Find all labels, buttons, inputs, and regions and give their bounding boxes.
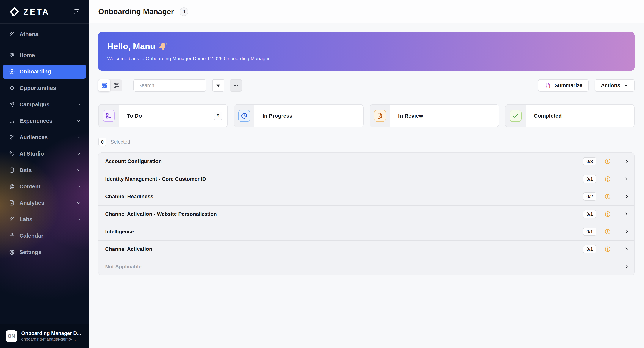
task-title: Channel Activation bbox=[105, 246, 152, 252]
sidebar-item-content[interactable]: Content bbox=[0, 178, 89, 195]
sidebar-item-analytics[interactable]: Analytics bbox=[0, 195, 89, 211]
actions-button[interactable]: Actions bbox=[594, 79, 635, 92]
workspace-switcher[interactable]: ON Onboarding Manager D... onboarding-ma… bbox=[0, 324, 89, 348]
task-row-identity-management[interactable]: Identity Management - Core Customer ID 0… bbox=[98, 170, 634, 188]
more-options-button[interactable] bbox=[230, 79, 242, 92]
task-row-channel-readiness[interactable]: Channel Readiness 0/2 bbox=[98, 188, 634, 205]
status-card-icon-area bbox=[506, 104, 526, 127]
chevron-down-icon bbox=[624, 83, 628, 88]
warning-icon[interactable] bbox=[604, 211, 611, 217]
warning-icon[interactable] bbox=[604, 246, 611, 252]
kanban-view-button[interactable] bbox=[98, 80, 110, 92]
calendar-icon bbox=[9, 233, 15, 239]
row-divider bbox=[618, 227, 618, 236]
search-input[interactable] bbox=[134, 80, 206, 91]
chevron-right-icon[interactable] bbox=[624, 246, 629, 252]
pages-icon bbox=[9, 184, 15, 190]
summarize-button[interactable]: Summarize bbox=[538, 79, 588, 92]
task-row-channel-activation-website[interactable]: Channel Activation - Website Personaliza… bbox=[98, 205, 634, 223]
welcome-banner: Hello, Manu bbox=[98, 32, 635, 71]
warning-icon[interactable] bbox=[604, 158, 611, 164]
sidebar-item-label: Experiences bbox=[20, 118, 52, 124]
wave-emoji bbox=[158, 42, 167, 51]
sidebar-item-experiences[interactable]: Experiences bbox=[0, 113, 89, 129]
status-card-in-progress[interactable]: In Progress bbox=[234, 104, 364, 128]
home-grid-icon bbox=[9, 52, 15, 58]
sidebar-item-labs[interactable]: Labs bbox=[0, 211, 89, 228]
todo-list-icon bbox=[103, 110, 115, 122]
workspace-avatar: ON bbox=[6, 330, 17, 342]
sidebar-item-campaigns[interactable]: Campaigns bbox=[0, 96, 89, 113]
check-icon bbox=[510, 110, 522, 122]
status-card-body: In Review bbox=[390, 104, 499, 127]
sidebar-collapse-button[interactable] bbox=[72, 7, 82, 16]
status-card-icon-area bbox=[99, 104, 119, 127]
task-row-account-configuration[interactable]: Account Configuration 0/3 bbox=[98, 152, 634, 170]
chevron-right-icon[interactable] bbox=[624, 158, 629, 164]
page-header: Onboarding Manager 9 bbox=[89, 0, 644, 24]
panel-collapse-icon bbox=[73, 8, 80, 15]
selected-label: Selected bbox=[110, 139, 130, 145]
status-card-in-review[interactable]: In Review bbox=[370, 104, 499, 128]
sidebar-item-onboarding[interactable]: Onboarding bbox=[2, 64, 86, 79]
clock-icon bbox=[238, 110, 250, 122]
warning-icon[interactable] bbox=[604, 194, 611, 200]
chevron-right-icon[interactable] bbox=[624, 176, 629, 182]
chevron-right-icon[interactable] bbox=[624, 194, 629, 199]
chevron-down-icon bbox=[76, 184, 81, 189]
sparkle-icon bbox=[9, 216, 15, 222]
warning-icon[interactable] bbox=[604, 176, 611, 182]
chevron-down-icon bbox=[76, 168, 81, 172]
view-toggle bbox=[98, 80, 122, 92]
brand-name: ZETA bbox=[24, 7, 50, 16]
row-divider bbox=[618, 157, 618, 166]
row-divider bbox=[618, 262, 618, 271]
sidebar-item-athena[interactable]: Athena bbox=[0, 24, 89, 44]
task-title: Channel Activation - Website Personaliza… bbox=[105, 211, 217, 217]
filter-icon bbox=[216, 82, 221, 88]
status-card-icon-area bbox=[234, 104, 254, 127]
title-count-badge: 9 bbox=[180, 8, 188, 16]
task-row-channel-activation[interactable]: Channel Activation 0/1 bbox=[98, 240, 634, 258]
status-card-body: In Progress bbox=[254, 104, 363, 127]
task-row-intelligence[interactable]: Intelligence 0/1 bbox=[98, 223, 634, 240]
task-row-not-applicable[interactable]: Not Applicable bbox=[98, 258, 634, 275]
status-card-todo[interactable]: To Do 9 bbox=[98, 104, 228, 128]
list-view-button[interactable] bbox=[110, 80, 122, 92]
task-row-meta: 0/1 bbox=[583, 227, 629, 236]
sidebar-item-label: Data bbox=[20, 167, 32, 173]
chevron-right-icon[interactable] bbox=[624, 211, 629, 217]
sidebar-item-audiences[interactable]: Audiences bbox=[0, 129, 89, 146]
chevron-right-icon[interactable] bbox=[624, 229, 629, 234]
sidebar-nav: Home Onboarding Opportunities bbox=[0, 45, 89, 324]
status-card-label: In Review bbox=[398, 113, 423, 119]
zeta-logo-icon bbox=[9, 7, 20, 17]
warning-icon[interactable] bbox=[604, 228, 611, 235]
status-card-completed[interactable]: Completed bbox=[505, 104, 635, 128]
workspace-slug: onboarding-manager-demo-... bbox=[21, 336, 81, 342]
task-list: Account Configuration 0/3 Identity Manag… bbox=[98, 152, 635, 276]
sidebar-item-settings[interactable]: Settings bbox=[0, 244, 89, 260]
task-row-meta bbox=[611, 262, 629, 271]
selection-bar: 0 Selected bbox=[98, 138, 635, 146]
chevron-down-icon bbox=[76, 118, 81, 123]
sidebar-item-home[interactable]: Home bbox=[0, 47, 89, 64]
filter-button[interactable] bbox=[212, 79, 224, 92]
chevron-right-icon[interactable] bbox=[624, 264, 629, 270]
status-card-count: 9 bbox=[214, 112, 222, 120]
toolbar: Summarize Actions bbox=[98, 79, 635, 92]
circles-icon bbox=[9, 134, 15, 140]
sidebar-item-opportunities[interactable]: Opportunities bbox=[0, 80, 89, 96]
sidebar-item-calendar[interactable]: Calendar bbox=[0, 228, 89, 244]
sidebar-item-ai-studio[interactable]: AI Studio bbox=[0, 146, 89, 162]
compass-icon bbox=[9, 69, 15, 74]
sidebar-item-label: Onboarding bbox=[20, 68, 51, 75]
row-divider bbox=[618, 245, 618, 254]
summarize-ai-icon bbox=[544, 82, 551, 89]
sidebar-item-label: Labs bbox=[20, 216, 32, 222]
target-icon bbox=[9, 85, 15, 91]
ai-sparkle-icon bbox=[9, 151, 15, 157]
sidebar-item-data[interactable]: Data bbox=[0, 162, 89, 178]
sparkle-icon bbox=[9, 31, 15, 37]
welcome-subtitle: Welcome back to Onboarding Manager Demo … bbox=[107, 56, 635, 62]
